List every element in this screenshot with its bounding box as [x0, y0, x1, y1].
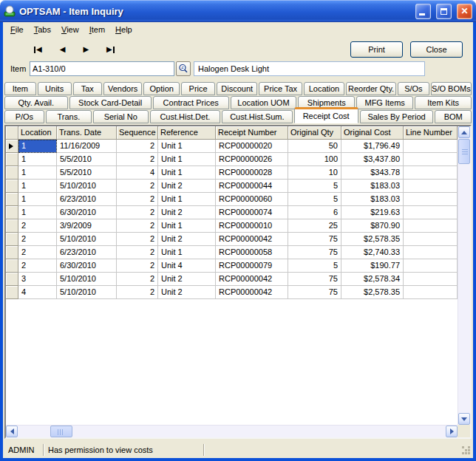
grid-row-5[interactable]: 16/23/20102Unit 1RCP000000605$183.03	[6, 193, 458, 206]
scroll-right-icon[interactable]	[446, 426, 458, 437]
cell-line-number[interactable]	[404, 219, 458, 233]
tab-vendors[interactable]: Vendors	[103, 82, 142, 95]
minimize-icon[interactable]	[415, 4, 431, 19]
menu-item-file[interactable]: File	[5, 24, 29, 35]
cell-sequence[interactable]: 2	[117, 206, 158, 219]
menu-item-help[interactable]: Help	[110, 24, 137, 35]
previous-record-icon[interactable]: ◀	[60, 46, 66, 53]
grid-row-4[interactable]: 15/10/20102Unit 2RCP000000445$183.03	[6, 180, 458, 193]
cell-line-number[interactable]	[404, 153, 458, 166]
row-selector[interactable]	[6, 246, 18, 259]
cell-reference[interactable]: Unit 1	[158, 166, 216, 180]
cell-trans-date[interactable]: 5/10/2010	[57, 286, 117, 299]
first-record-icon[interactable]: ◀	[34, 46, 42, 53]
cell-original-qty[interactable]: 5	[288, 193, 341, 206]
cell-reference[interactable]: Unit 1	[158, 246, 216, 259]
cell-line-number[interactable]	[404, 140, 458, 153]
cell-line-number[interactable]	[404, 259, 458, 273]
row-selector[interactable]	[6, 233, 18, 246]
cell-line-number[interactable]	[404, 193, 458, 206]
cell-trans-date[interactable]: 5/10/2010	[57, 273, 117, 286]
grid-header-line-number[interactable]: Line Number	[404, 126, 458, 140]
close-button[interactable]: Close	[410, 41, 463, 58]
grid-row-12[interactable]: 45/10/20102Unit 2RCP0000004275$2,578.35	[6, 286, 458, 299]
grid-row-9[interactable]: 26/23/20102Unit 1RCP0000005875$2,740.33	[6, 246, 458, 259]
cell-receipt-number[interactable]: RCP00000042	[216, 273, 288, 286]
row-selector[interactable]	[6, 286, 18, 299]
cell-line-number[interactable]	[404, 206, 458, 219]
maximize-icon[interactable]	[436, 4, 452, 19]
resize-grip[interactable]	[462, 446, 472, 456]
cell-original-cost[interactable]: $1,796.49	[341, 140, 404, 153]
tab-cust-hist-sum[interactable]: Cust.Hist.Sum.	[222, 110, 292, 123]
tab-units[interactable]: Units	[38, 82, 72, 95]
cell-trans-date[interactable]: 6/30/2010	[57, 206, 117, 219]
cell-original-cost[interactable]: $343.78	[341, 166, 404, 180]
row-selector[interactable]	[6, 193, 18, 206]
cell-original-cost[interactable]: $2,578.34	[341, 273, 404, 286]
tab-location-uom[interactable]: Location UOM	[231, 96, 297, 109]
vertical-scrollbar[interactable]	[458, 126, 470, 425]
scroll-left-icon[interactable]	[6, 426, 18, 437]
cell-receipt-number[interactable]: RCP00000026	[216, 153, 288, 166]
grid-row-3[interactable]: 15/5/20104Unit 1RCP0000002810$343.78	[6, 166, 458, 180]
cell-receipt-number[interactable]: RCP00000058	[216, 246, 288, 259]
cell-reference[interactable]: Unit 1	[158, 153, 216, 166]
cell-line-number[interactable]	[404, 166, 458, 180]
cell-trans-date[interactable]: 6/23/2010	[57, 193, 117, 206]
cell-receipt-number[interactable]: RCP00000074	[216, 206, 288, 219]
cell-trans-date[interactable]: 5/5/2010	[57, 153, 117, 166]
cell-receipt-number[interactable]: RCP00000020	[216, 140, 288, 153]
cell-original-qty[interactable]: 25	[288, 219, 341, 233]
cell-sequence[interactable]: 2	[117, 153, 158, 166]
print-button[interactable]: Print	[350, 41, 403, 58]
cell-location[interactable]: 2	[18, 259, 57, 273]
grid-header-original-cost[interactable]: Original Cost	[341, 126, 404, 140]
cell-line-number[interactable]	[404, 233, 458, 246]
tab-trans[interactable]: Trans.	[46, 110, 92, 123]
cell-sequence[interactable]: 2	[117, 286, 158, 299]
cell-location[interactable]: 1	[18, 153, 57, 166]
grid-row-1[interactable]: 111/16/20092Unit 1RCP0000002050$1,796.49	[6, 140, 458, 153]
cell-receipt-number[interactable]: RCP00000028	[216, 166, 288, 180]
row-selector[interactable]	[6, 166, 18, 180]
row-selector[interactable]	[6, 273, 18, 286]
tab-qty-avail[interactable]: Qty. Avail.	[4, 96, 68, 109]
cell-sequence[interactable]: 2	[117, 193, 158, 206]
grid-header-sequence[interactable]: Sequence	[117, 126, 158, 140]
tab-location[interactable]: Location	[304, 82, 344, 95]
row-selector[interactable]	[6, 206, 18, 219]
cell-location[interactable]: 4	[18, 286, 57, 299]
cell-sequence[interactable]: 2	[117, 273, 158, 286]
grid-row-7[interactable]: 23/9/20092Unit 1RCP0000001025$870.90	[6, 219, 458, 233]
grid-header-reference[interactable]: Reference	[158, 126, 216, 140]
cell-original-cost[interactable]: $183.03	[341, 193, 404, 206]
scroll-up-icon[interactable]	[458, 126, 470, 138]
tab-s-o-boms[interactable]: S/O BOMs	[431, 82, 472, 95]
row-selector[interactable]	[6, 153, 18, 166]
grid-header-trans-date[interactable]: Trans. Date	[57, 126, 117, 140]
cell-reference[interactable]: Unit 2	[158, 233, 216, 246]
cell-original-cost[interactable]: $3,437.80	[341, 153, 404, 166]
cell-original-qty[interactable]: 75	[288, 246, 341, 259]
menu-item-item[interactable]: Item	[84, 24, 110, 35]
cell-location[interactable]: 1	[18, 193, 57, 206]
cell-original-qty[interactable]: 6	[288, 206, 341, 219]
grid-row-10[interactable]: 26/30/20102Unit 4RCP000000795$190.77	[6, 259, 458, 273]
tab-discount[interactable]: Discount	[217, 82, 257, 95]
cell-location[interactable]: 1	[18, 206, 57, 219]
cell-location[interactable]: 2	[18, 219, 57, 233]
cell-original-qty[interactable]: 5	[288, 180, 341, 193]
cell-line-number[interactable]	[404, 286, 458, 299]
next-record-icon[interactable]: ▶	[83, 46, 89, 53]
grid-row-6[interactable]: 16/30/20102Unit 2RCP000000746$219.63	[6, 206, 458, 219]
cell-sequence[interactable]: 2	[117, 140, 158, 153]
cell-sequence[interactable]: 2	[117, 233, 158, 246]
cell-reference[interactable]: Unit 1	[158, 219, 216, 233]
cell-reference[interactable]: Unit 2	[158, 286, 216, 299]
cell-reference[interactable]: Unit 1	[158, 193, 216, 206]
tab-p-os[interactable]: P/Os	[4, 110, 44, 123]
cell-original-qty[interactable]: 50	[288, 140, 341, 153]
cell-sequence[interactable]: 2	[117, 180, 158, 193]
grid-header-receipt-number[interactable]: Receipt Number	[216, 126, 288, 140]
